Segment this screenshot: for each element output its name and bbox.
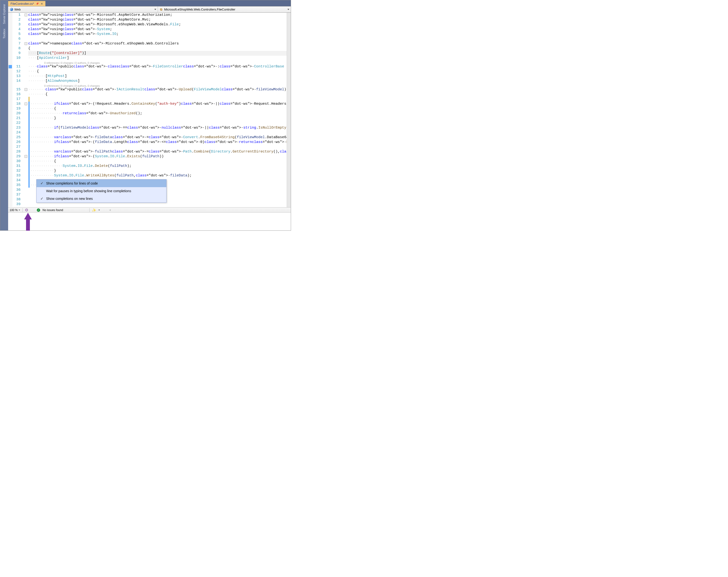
code-line[interactable]: ····[Route("[controller]")] <box>28 51 287 56</box>
change-indicator <box>28 149 30 154</box>
code-line[interactable]: { <box>28 46 287 51</box>
change-indicator <box>28 97 30 102</box>
line-number: 18 <box>12 102 21 106</box>
code-line[interactable]: ········class="kw">publicclass="dot-ws">… <box>28 87 287 92</box>
line-number: 27 <box>12 145 21 149</box>
change-indicator <box>28 145 30 149</box>
intellicode-icon[interactable]: ✪ <box>25 208 28 212</box>
line-number: 24 <box>12 130 21 135</box>
project-scope-dropdown[interactable]: Web <box>8 6 158 12</box>
line-number: 6 <box>12 36 21 41</box>
code-line[interactable]: ············System.IO.File.WriteAllBytes… <box>28 173 287 178</box>
pin-icon[interactable]: 📌 <box>36 2 39 5</box>
code-editor[interactable]: 1234567891011121314151617181920212223242… <box>8 12 291 207</box>
project-scope-label: Web <box>14 8 21 11</box>
change-indicator <box>28 159 30 164</box>
line-number: 37 <box>12 193 21 197</box>
code-line[interactable]: class="kw">usingclass="dot-ws">·Microsof… <box>28 18 287 22</box>
code-line[interactable] <box>28 130 287 135</box>
line-number: 7 <box>12 41 21 46</box>
code-line[interactable]: class="kw">usingclass="dot-ws">·System.I… <box>28 32 287 36</box>
side-tab-toolbox[interactable]: Toolbox <box>2 27 6 41</box>
fold-toggle[interactable]: - <box>25 103 27 105</box>
popup-item-label: Show completions on new lines <box>46 196 93 201</box>
code-line[interactable]: ············} <box>28 169 287 173</box>
cleanup-icon[interactable]: ✨ <box>92 208 96 212</box>
code-line[interactable]: ············{ <box>28 106 287 111</box>
status-ok-icon: ✓ <box>37 208 40 212</box>
document-tab[interactable]: FileController.cs* 📌 ✕ <box>8 1 45 6</box>
code-line[interactable]: ············varclass="dot-ws">·fileDatac… <box>28 135 287 140</box>
footer-blank <box>8 212 291 230</box>
line-number-gutter: 1234567891011121314151617181920212223242… <box>12 12 24 207</box>
line-number: 20 <box>12 111 21 116</box>
line-number: 11 <box>12 64 21 69</box>
line-number: 26 <box>12 140 21 145</box>
line-number: 15 <box>12 87 21 92</box>
line-number: 19 <box>12 106 21 111</box>
issues-label: No issues found <box>43 208 63 212</box>
code-line[interactable]: ················returnclass="dot-ws">·Un… <box>28 111 287 116</box>
line-number: 1 <box>12 12 21 18</box>
line-number: 9 <box>12 51 21 56</box>
code-line[interactable]: ············varclass="dot-ws">·fullPathc… <box>28 149 287 154</box>
line-number: 8 <box>12 46 21 51</box>
line-number: 25 <box>12 135 21 140</box>
code-line[interactable]: class="kw">namespaceclass="dot-ws">·Micr… <box>28 41 287 46</box>
type-scope-dropdown[interactable]: ⧉ Microsoft.eShopWeb.Web.Controllers.Fil… <box>158 6 291 12</box>
change-indicator <box>28 116 30 121</box>
side-tab-server-explorer[interactable]: Server Explorer <box>2 2 6 26</box>
code-line[interactable]: ····[ApiController] <box>28 56 287 60</box>
change-indicator <box>28 178 30 183</box>
code-line[interactable]: ····{ <box>28 69 287 74</box>
change-indicator <box>28 169 30 173</box>
codelens[interactable]: 0 references | 0 changes | 0 authors, 0 … <box>28 83 100 87</box>
code-line[interactable]: ················System.IO.File.Delete(fu… <box>28 164 287 169</box>
code-line[interactable]: ········[HttpPost] <box>28 74 287 79</box>
code-line[interactable]: ············ifclass="dot-ws">·(fileData.… <box>28 140 287 145</box>
line-number: 32 <box>12 169 21 173</box>
popup-menu-item[interactable]: Wait for pauses in typing before showing… <box>36 187 166 195</box>
code-content[interactable]: class="kw">usingclass="dot-ws">·Microsof… <box>28 12 287 207</box>
code-line[interactable]: class="kw">usingclass="dot-ws">·Microsof… <box>28 12 287 18</box>
code-line[interactable]: ············{ <box>28 159 287 164</box>
code-line[interactable]: ····class="kw">publicclass="dot-ws">·cla… <box>28 64 287 69</box>
editor-status-bar: 100 % ✪ ✓ No issues found ✨ <box>8 207 291 212</box>
fold-toggle[interactable]: - <box>25 88 27 91</box>
line-number: 10 <box>12 56 21 60</box>
code-line[interactable] <box>28 97 287 102</box>
close-icon[interactable]: ✕ <box>41 2 43 5</box>
code-line[interactable]: ············} <box>28 116 287 121</box>
zoom-dropdown[interactable]: 100 % <box>9 208 20 212</box>
code-line[interactable] <box>28 36 287 41</box>
outlining-margin: ----- <box>24 12 28 207</box>
code-line[interactable]: ············if(fileViewModelclass="dot-w… <box>28 125 287 130</box>
code-line[interactable]: ········[AllowAnonymous] <box>28 79 287 83</box>
code-line[interactable]: ············ifclass="dot-ws">·(System.IO… <box>28 154 287 159</box>
check-icon: ✓ <box>37 196 46 201</box>
change-indicator <box>28 102 30 106</box>
code-line[interactable]: ············ifclass="dot-ws">·(!Request.… <box>28 102 287 106</box>
code-line[interactable]: class="kw">usingclass="dot-ws">·Microsof… <box>28 22 287 27</box>
vertical-scrollbar[interactable] <box>287 12 291 207</box>
codelens[interactable]: 0 references | 0 changes | 0 authors, 0 … <box>28 60 100 64</box>
change-indicator <box>28 106 30 111</box>
code-line[interactable] <box>28 202 287 207</box>
chevron-down-icon <box>99 210 100 210</box>
line-number: 36 <box>12 187 21 193</box>
bookmark-icon[interactable] <box>8 65 12 68</box>
popup-menu-item[interactable]: ✓Show completions on new lines <box>36 195 166 202</box>
fold-toggle[interactable]: - <box>25 14 27 16</box>
class-icon: ⧉ <box>159 8 163 11</box>
fold-toggle[interactable]: - <box>25 42 27 45</box>
popup-menu-item[interactable]: ✓Show completions for lines of code <box>36 179 166 187</box>
nav-back-icon[interactable] <box>109 209 111 211</box>
code-line[interactable] <box>28 145 287 149</box>
editor-region: FileController.cs* 📌 ✕ Web ⧉ Microsoft.e… <box>8 0 291 230</box>
code-line[interactable]: class="kw">usingclass="dot-ws">·System; <box>28 27 287 32</box>
code-line[interactable]: ········{ <box>28 92 287 97</box>
fold-toggle[interactable]: - <box>25 155 27 158</box>
chevron-down-icon <box>287 9 289 10</box>
code-line[interactable] <box>28 121 287 125</box>
chevron-down-icon <box>19 210 20 210</box>
